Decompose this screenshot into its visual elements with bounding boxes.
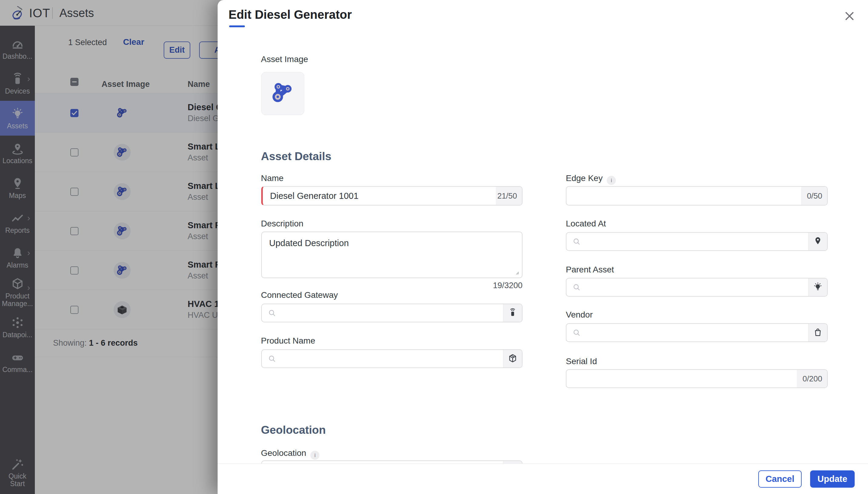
app-root: IOT Assets Dashbo...DevicesAssetsLocatio… [0,0,868,494]
connected-gateway-field[interactable] [261,304,523,322]
asset-details-heading: Asset Details [261,150,331,163]
shopping-bag-icon [813,327,823,338]
product-name-label: Product Name [261,336,315,346]
location-pin-icon [813,236,823,247]
description-char-counter: 19/3200 [432,281,523,290]
cancel-button[interactable]: Cancel [758,470,802,488]
info-icon[interactable]: i [607,176,616,185]
name-value: Diesel Generator 1001 [270,187,359,205]
location-picker-button[interactable] [808,233,827,250]
geolocation-heading: Geolocation [261,424,326,436]
search-icon [267,308,277,318]
close-icon[interactable] [843,10,856,22]
description-field[interactable]: Updated Description [261,231,523,278]
asset-image-tile[interactable] [261,72,304,115]
info-icon[interactable]: i [310,451,320,460]
vendor-field[interactable] [566,323,828,342]
gateway-icon [508,307,518,319]
title-accent-bar [229,25,245,27]
resize-grip-icon[interactable] [513,268,520,275]
edit-asset-drawer: Edit Diesel Generator Asset Image Asset … [218,0,868,494]
vendor-picker-button[interactable] [808,324,827,341]
search-icon [572,328,581,338]
serial-id-label: Serial Id [566,357,597,366]
drawer-footer: Cancel Update [218,463,868,494]
parent-asset-field[interactable] [566,278,828,297]
geolocation-label: Geolocationi [261,448,320,460]
vendor-label: Vendor [566,310,593,320]
bulb-icon [813,282,823,293]
edge-key-label: Edge Keyi [566,173,616,185]
serial-id-char-counter: 0/200 [797,370,827,387]
description-label: Description [261,219,303,229]
connected-gateway-label: Connected Gateway [261,290,338,300]
product-picker-button[interactable] [503,350,522,367]
name-field[interactable]: Diesel Generator 1001 21/50 [261,186,523,206]
located-at-label: Located At [566,219,606,229]
package-icon [508,353,518,364]
update-button[interactable]: Update [810,470,855,488]
name-char-counter: 21/50 [496,187,522,205]
description-value: Updated Description [269,238,349,248]
gateway-picker-button[interactable] [503,304,522,322]
located-at-field[interactable] [566,232,828,251]
serial-id-field[interactable]: 0/200 [566,369,828,388]
search-icon [267,354,277,363]
edge-key-field[interactable]: 0/50 [566,186,828,206]
search-icon [572,237,581,246]
asset-image-label: Asset Image [261,55,308,64]
name-label: Name [261,173,284,183]
product-name-field[interactable] [261,349,523,368]
search-icon [572,283,581,292]
edge-key-char-counter: 0/50 [801,187,827,205]
parent-asset-label: Parent Asset [566,265,614,274]
asset-picker-button[interactable] [808,279,827,296]
drawer-title: Edit Diesel Generator [229,8,352,21]
asset-image-preview-icon [269,80,296,108]
